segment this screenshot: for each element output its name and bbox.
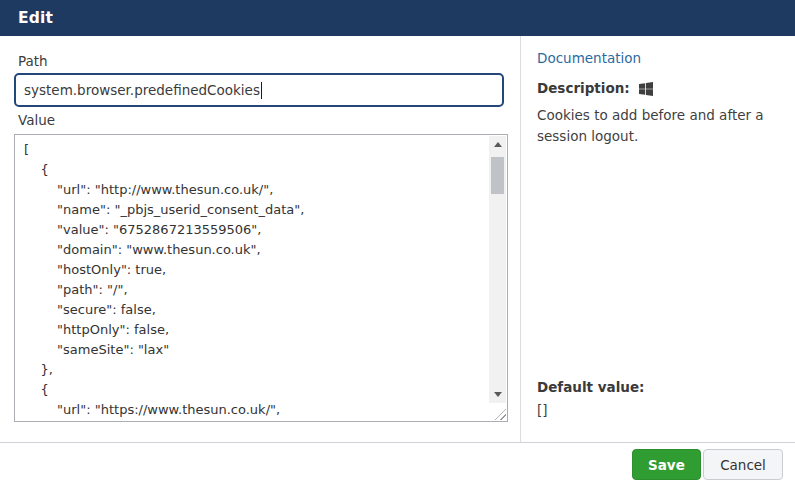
cancel-button[interactable]: Cancel [703, 449, 783, 480]
description-label: Description: [537, 80, 630, 96]
scrollbar-thumb[interactable] [491, 157, 504, 194]
dialog-header: Edit [0, 0, 795, 36]
scroll-up-icon [494, 142, 502, 147]
path-field-label: Path [18, 53, 48, 69]
path-input[interactable]: system.browser.predefinedCookies [14, 73, 504, 107]
scroll-down-button[interactable] [489, 386, 506, 403]
text-cursor [261, 82, 262, 99]
edit-dialog: Edit Path system.browser.predefinedCooki… [0, 0, 795, 489]
default-value-text: [] [537, 402, 548, 418]
windows-icon [639, 81, 653, 95]
panel-divider [520, 36, 521, 442]
value-textarea-content[interactable]: [ { "url": "http://www.thesun.co.uk/", "… [15, 135, 507, 421]
path-input-value: system.browser.predefinedCookies [24, 82, 260, 98]
description-text: Cookies to add before and after a sessio… [537, 105, 793, 147]
footer-divider [0, 442, 795, 443]
value-field-label: Value [18, 112, 55, 128]
value-scrollbar[interactable] [489, 136, 506, 403]
dialog-title: Edit [18, 9, 53, 27]
save-button[interactable]: Save [632, 449, 701, 480]
scroll-down-icon [494, 392, 502, 397]
description-row: Description: [537, 80, 653, 96]
value-textarea[interactable]: [ { "url": "http://www.thesun.co.uk/", "… [14, 134, 508, 422]
documentation-link[interactable]: Documentation [537, 50, 641, 66]
scroll-up-button[interactable] [489, 136, 506, 153]
default-value-label: Default value: [537, 379, 644, 395]
